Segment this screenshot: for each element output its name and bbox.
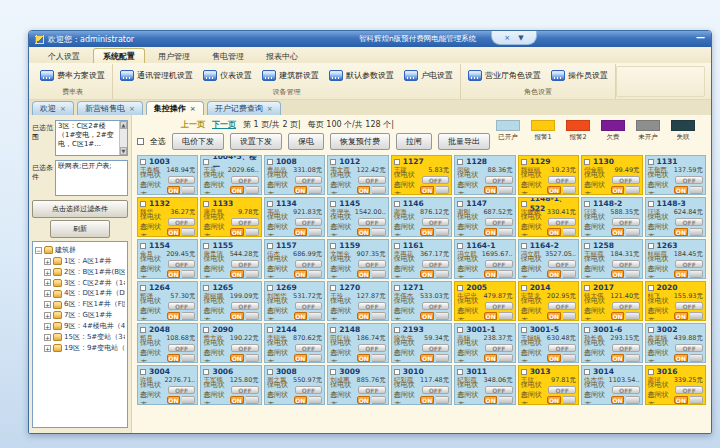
room-card[interactable]: 3004许锋2276.71..保电状态OFF合闸状态ON xyxy=(137,365,198,405)
tree-item[interactable]: +2区：B区1#井(B区1# xyxy=(35,267,125,278)
room-card[interactable]: 1258王丽霞184.31元保电状态OFF合闸状态ON xyxy=(581,239,642,279)
switch-toggle-track[interactable] xyxy=(246,270,259,278)
switch-toggle-track[interactable] xyxy=(309,354,322,362)
switch-toggle-track[interactable] xyxy=(499,396,512,404)
room-checkbox[interactable] xyxy=(584,243,590,249)
expand-icon[interactable]: + xyxy=(44,279,51,286)
switch-toggle-on[interactable]: ON xyxy=(420,186,433,194)
expand-icon[interactable]: + xyxy=(44,290,51,297)
protect-toggle-off[interactable]: OFF xyxy=(295,260,323,268)
room-card[interactable]: 1155唐贵清544.28元保电状态OFF合闸状态ON xyxy=(200,239,261,279)
protect-toggle-off[interactable]: OFF xyxy=(295,176,323,184)
room-card[interactable]: 1012韦文霞122.42元保电状态OFF合闸状态ON xyxy=(327,155,388,195)
room-checkbox[interactable] xyxy=(203,201,209,207)
protect-toggle-off[interactable]: OFF xyxy=(422,260,450,268)
switch-toggle-track[interactable] xyxy=(182,270,195,278)
protect-toggle-off[interactable]: OFF xyxy=(358,344,386,352)
switch-toggle-on[interactable]: ON xyxy=(484,186,497,194)
room-card[interactable]: 1159文国全907.35元保电状态OFF合闸状态ON xyxy=(327,239,388,279)
switch-toggle-track[interactable] xyxy=(182,228,195,236)
room-card[interactable]: 3010纪彩霞117.48元保电状态OFF合闸状态ON xyxy=(391,365,452,405)
protect-toggle-off[interactable]: OFF xyxy=(675,302,703,310)
ribbon-button-费率方案设置[interactable]: 费率方案设置 xyxy=(38,69,107,82)
protect-toggle-off[interactable]: OFF xyxy=(548,386,576,394)
switch-toggle-track[interactable] xyxy=(563,186,576,194)
tab-集控操作[interactable]: 集控操作× xyxy=(146,101,204,115)
room-checkbox[interactable] xyxy=(394,159,400,165)
tab-欢迎[interactable]: 欢迎× xyxy=(32,101,74,115)
switch-toggle-on[interactable]: ON xyxy=(547,270,560,278)
expand-icon[interactable]: + xyxy=(44,334,51,341)
room-checkbox[interactable] xyxy=(394,243,400,249)
protect-toggle-off[interactable]: OFF xyxy=(231,176,259,184)
switch-toggle-on[interactable]: ON xyxy=(294,186,307,194)
room-checkbox[interactable] xyxy=(203,369,209,375)
switch-toggle-on[interactable]: ON xyxy=(167,354,180,362)
collapse-icon[interactable]: − xyxy=(35,247,42,254)
protect-toggle-off[interactable]: OFF xyxy=(422,302,450,310)
room-card[interactable]: 2020桂飞155.93元保电状态OFF合闸状态ON xyxy=(645,281,706,321)
tree-item[interactable]: +7区：G区1#井 xyxy=(35,310,125,321)
switch-toggle-track[interactable] xyxy=(626,312,639,320)
room-card[interactable]: 1128闵敏88.36元保电状态OFF合闸状态ON xyxy=(454,155,515,195)
room-checkbox[interactable] xyxy=(267,159,273,165)
expand-icon[interactable]: + xyxy=(44,312,51,319)
switch-toggle-on[interactable]: ON xyxy=(484,228,497,236)
switch-toggle-on[interactable]: ON xyxy=(484,396,497,404)
room-checkbox[interactable] xyxy=(521,201,527,207)
switch-toggle-on[interactable]: ON xyxy=(674,228,687,236)
room-checkbox[interactable] xyxy=(140,243,146,249)
room-checkbox[interactable] xyxy=(140,327,146,333)
tree-item[interactable]: +19区：9#变电站（2# xyxy=(35,343,125,354)
room-checkbox[interactable] xyxy=(267,327,273,333)
switch-toggle-on[interactable]: ON xyxy=(230,186,243,194)
switch-toggle-track[interactable] xyxy=(182,396,195,404)
switch-toggle-track[interactable] xyxy=(436,396,449,404)
protect-toggle-off[interactable]: OFF xyxy=(295,218,323,226)
protect-toggle-off[interactable]: OFF xyxy=(548,344,576,352)
room-card[interactable]: 1148-3汪泽624.84元保电状态OFF合闸状态ON xyxy=(645,197,706,237)
protect-toggle-off[interactable]: OFF xyxy=(168,260,196,268)
ribbon-button-仪表设置[interactable]: 仪表设置 xyxy=(201,69,254,82)
protect-toggle-off[interactable]: OFF xyxy=(168,302,196,310)
switch-toggle-on[interactable]: ON xyxy=(357,270,370,278)
close-tab-icon[interactable]: × xyxy=(190,105,196,113)
protect-toggle-off[interactable]: OFF xyxy=(358,260,386,268)
protect-toggle-off[interactable]: OFF xyxy=(612,218,640,226)
switch-toggle-track[interactable] xyxy=(563,396,576,404)
room-checkbox[interactable] xyxy=(330,327,336,333)
room-checkbox[interactable] xyxy=(203,285,209,291)
switch-toggle-on[interactable]: ON xyxy=(420,312,433,320)
protect-toggle-off[interactable]: OFF xyxy=(358,302,386,310)
protect-toggle-off[interactable]: OFF xyxy=(675,218,703,226)
switch-toggle-track[interactable] xyxy=(309,396,322,404)
room-checkbox[interactable] xyxy=(521,285,527,291)
tree-item[interactable]: +15区：5#变站（3#变 xyxy=(35,332,125,343)
room-card[interactable]: 1157伍杰686.99元保电状态OFF合闸状态ON xyxy=(264,239,325,279)
protect-toggle-off[interactable]: OFF xyxy=(295,344,323,352)
room-checkbox[interactable] xyxy=(457,327,463,333)
menu-item-个人设置[interactable]: 个人设置 xyxy=(39,49,89,63)
protect-toggle-off[interactable]: OFF xyxy=(231,260,259,268)
room-checkbox[interactable] xyxy=(394,285,400,291)
room-card[interactable]: 1146谢海876.12元保电状态OFF合闸状态ON xyxy=(391,197,452,237)
room-checkbox[interactable] xyxy=(203,243,209,249)
close-tab-icon[interactable]: × xyxy=(129,105,135,113)
room-checkbox[interactable] xyxy=(203,159,209,165)
room-card[interactable]: 1148-2汪泽588.35元保电状态OFF合闸状态ON xyxy=(581,197,642,237)
room-card[interactable]: 2014安慧龙202.95元保电状态OFF合闸状态ON xyxy=(518,281,579,321)
room-card[interactable]: 3011纪彩霞348.06元保电状态OFF合闸状态ON xyxy=(454,365,515,405)
protect-toggle-off[interactable]: OFF xyxy=(295,386,323,394)
switch-toggle-on[interactable]: ON xyxy=(167,270,180,278)
protect-toggle-off[interactable]: OFF xyxy=(612,386,640,394)
room-checkbox[interactable] xyxy=(521,243,527,249)
protect-toggle-off[interactable]: OFF xyxy=(485,260,513,268)
close-tab-icon[interactable]: × xyxy=(60,105,66,113)
protect-toggle-off[interactable]: OFF xyxy=(231,302,259,310)
room-card[interactable]: 2193徐先生59.34元保电状态OFF合闸状态ON xyxy=(391,323,452,363)
switch-toggle-on[interactable]: ON xyxy=(674,270,687,278)
protect-toggle-off[interactable]: OFF xyxy=(548,218,576,226)
switch-toggle-track[interactable] xyxy=(563,312,576,320)
room-checkbox[interactable] xyxy=(584,327,590,333)
room-checkbox[interactable] xyxy=(203,327,209,333)
